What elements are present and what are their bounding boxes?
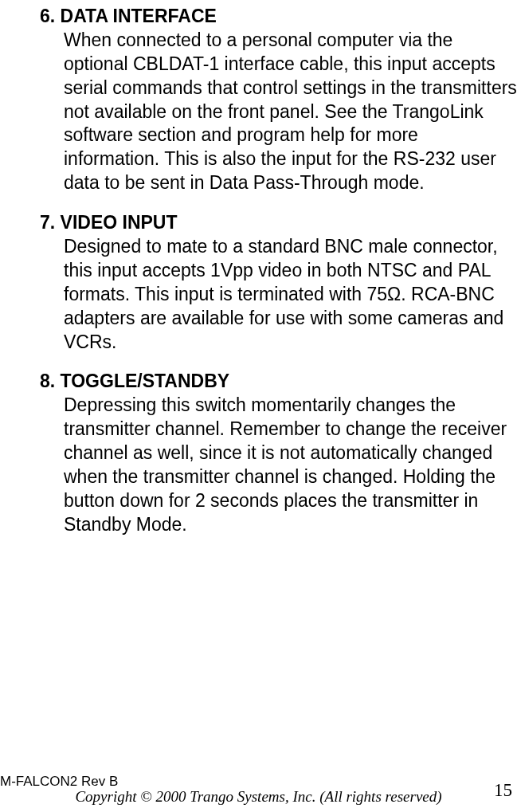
section-body: Depressing this switch momentarily chang… [0, 394, 517, 536]
footer-page-number: 15 [494, 780, 512, 801]
section-heading: 7. VIDEO INPUT [0, 211, 517, 235]
document-page: 6. DATA INTERFACE When connected to a pe… [0, 0, 517, 537]
section-heading: 6. DATA INTERFACE [0, 5, 517, 29]
section-body: When connected to a personal computer vi… [0, 29, 517, 195]
footer-revision: M-FALCON2 Rev B [0, 774, 118, 790]
section-data-interface: 6. DATA INTERFACE When connected to a pe… [0, 5, 517, 195]
section-body: Designed to mate to a standard BNC male … [0, 235, 517, 354]
section-video-input: 7. VIDEO INPUT Designed to mate to a sta… [0, 211, 517, 354]
footer-copyright: Copyright © 2000 Trango Systems, Inc. (A… [0, 788, 517, 806]
page-footer: M-FALCON2 Rev B Copyright © 2000 Trango … [0, 772, 517, 812]
section-toggle-standby: 8. TOGGLE/STANDBY Depressing this switch… [0, 370, 517, 536]
section-heading: 8. TOGGLE/STANDBY [0, 370, 517, 394]
